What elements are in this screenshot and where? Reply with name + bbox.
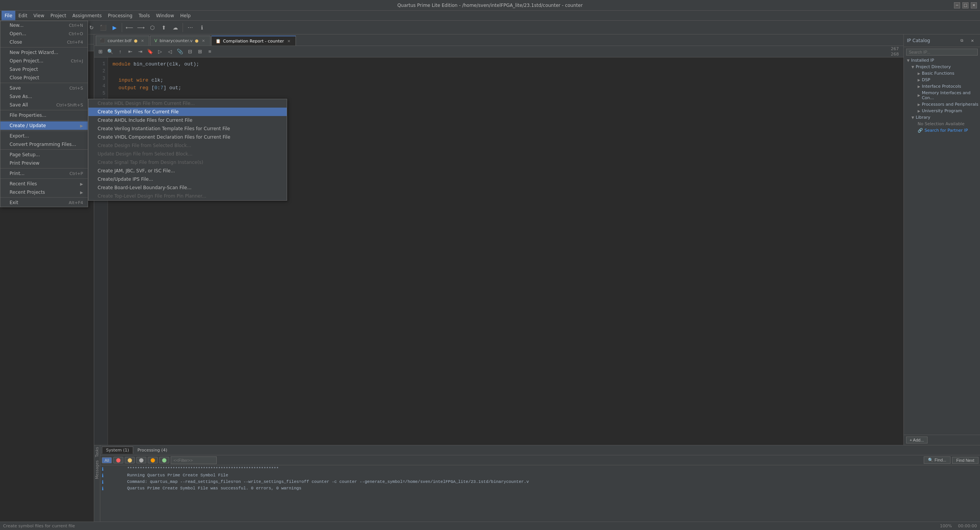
submenu-create-symbol[interactable]: Create Symbol Files for Current File <box>88 108 287 116</box>
filter-warn-btn[interactable]: ⬤ <box>125 457 135 463</box>
menu-edit[interactable]: Edit <box>15 11 30 20</box>
ip-close-btn[interactable]: ✕ <box>968 36 977 45</box>
msg-row-1[interactable]: ℹ **************************************… <box>100 466 980 473</box>
menu-file-properties[interactable]: File Properties... <box>0 111 88 119</box>
ed-next-bookmark-btn[interactable]: ▷ <box>155 47 165 56</box>
menu-save-project[interactable]: Save Project <box>0 65 88 74</box>
menu-print-preview[interactable]: Print Preview <box>0 159 88 167</box>
toolbar-stop-btn[interactable]: ⬛ <box>98 22 108 33</box>
tab-report-close[interactable]: ✕ <box>286 38 292 44</box>
submenu-create-ahdl[interactable]: Create AHDL Include Files for Current Fi… <box>88 116 287 124</box>
tab-v-close[interactable]: ✕ <box>201 38 206 44</box>
sidebar-messages-label[interactable]: Messages <box>95 460 99 479</box>
menu-close[interactable]: CloseCtrl+F4 <box>0 38 88 46</box>
tab-system[interactable]: System (1) <box>102 447 133 454</box>
ip-detach-btn[interactable]: ⧉ <box>957 36 966 45</box>
toolbar-network[interactable]: ⬡ <box>147 22 158 33</box>
menu-processing[interactable]: Processing <box>105 11 136 20</box>
menu-file[interactable]: File <box>2 11 15 20</box>
submenu-create-verilog[interactable]: Create Verilog Instantiation Template Fi… <box>88 124 287 133</box>
sidebar-tasks-label[interactable]: Tasks <box>95 447 99 457</box>
find-button[interactable]: 🔍 Find... <box>924 456 951 464</box>
filter-input[interactable] <box>171 456 217 464</box>
toolbar-arrow-right[interactable]: ⟶ <box>136 22 146 33</box>
ip-tree-processors[interactable]: ▶ Processors and Peripherals <box>904 101 980 108</box>
ip-tree-basic[interactable]: ▶ Basic Functions <box>904 70 980 77</box>
ip-tree-label: DSP <box>922 77 930 82</box>
menu-convert-programming[interactable]: Convert Programming Files... <box>0 140 88 149</box>
ed-up-btn[interactable]: ↑ <box>116 47 125 56</box>
title-bar-controls: ─ □ ✕ <box>954 2 977 8</box>
ed-unindent-btn[interactable]: ⇥ <box>136 47 145 56</box>
menu-new-project-wizard[interactable]: New Project Wizard... <box>0 48 88 57</box>
tab-counter-bdf[interactable]: ⬛ counter.bdf ● ✕ <box>96 36 149 46</box>
menu-help[interactable]: Help <box>177 11 194 20</box>
ed-fit-btn[interactable]: ⊞ <box>96 47 105 56</box>
filter-all-btn[interactable]: All <box>102 457 112 463</box>
menu-save[interactable]: SaveCtrl+S <box>0 84 88 92</box>
tab-processing[interactable]: Processing (4) <box>133 447 172 454</box>
toolbar-info[interactable]: ℹ <box>196 22 207 33</box>
menu-tools[interactable]: Tools <box>136 11 153 20</box>
close-button[interactable]: ✕ <box>971 2 977 8</box>
msg-row-3[interactable]: ℹ Command: quartus_map --read_settings_f… <box>100 479 980 486</box>
menu-open-project[interactable]: Open Project...Ctrl+J <box>0 57 88 65</box>
maximize-button[interactable]: □ <box>962 2 969 8</box>
msg-row-2[interactable]: ℹ Running Quartus Prime Create Symbol Fi… <box>100 473 980 479</box>
filter-critical-btn[interactable]: ⬤ <box>148 457 158 463</box>
tab-binarycounter-v[interactable]: V binarycounter.v ● ✕ <box>150 36 210 46</box>
ip-tree-interface[interactable]: ▶ Interface Protocols <box>904 83 980 90</box>
filter-info-btn[interactable]: ⬤ <box>136 457 146 463</box>
menu-assignments[interactable]: Assignments <box>69 11 105 20</box>
menu-window[interactable]: Window <box>153 11 177 20</box>
ip-search-input[interactable] <box>906 49 978 56</box>
toolbar-arrow-left[interactable]: ⟵ <box>124 22 135 33</box>
menu-open[interactable]: Open...Ctrl+O <box>0 29 88 38</box>
filter-error-btn[interactable]: ⬤ <box>113 457 123 463</box>
toolbar-cloud[interactable]: ☁ <box>170 22 181 33</box>
menu-save-as[interactable]: Save As... <box>0 92 88 101</box>
toolbar-upload[interactable]: ⬆ <box>158 22 169 33</box>
ip-tree-dsp[interactable]: ▶ DSP <box>904 77 980 83</box>
find-next-button[interactable]: Find Next <box>952 457 978 464</box>
menu-view[interactable]: View <box>30 11 47 20</box>
ed-clip-btn[interactable]: 📎 <box>175 47 185 56</box>
minimize-button[interactable]: ─ <box>954 2 960 8</box>
ip-tree-partner[interactable]: 🔗 Search for Partner IP <box>904 127 980 134</box>
menu-create-update[interactable]: Create / Update▶ <box>0 121 88 130</box>
menu-export[interactable]: Export... <box>0 132 88 140</box>
submenu-create-jam[interactable]: Create JAM, JBC, SVF, or ISC File... <box>88 167 287 175</box>
menu-new[interactable]: New...Ctrl+N <box>0 21 88 29</box>
toolbar-run-btn[interactable]: ▶ <box>109 22 120 33</box>
ip-tree-memory[interactable]: ▶ Memory Interfaces and Con... <box>904 90 980 101</box>
ip-tree-university[interactable]: ▶ University Program <box>904 108 980 114</box>
ip-tree-library[interactable]: ▼ Library <box>904 114 980 121</box>
menu-save-all[interactable]: Save AllCtrl+Shift+S <box>0 101 88 109</box>
filter-note-btn[interactable]: ⬤ <box>159 457 169 463</box>
ip-tree-installed[interactable]: ▼ Installed IP <box>904 57 980 64</box>
menu-recent-files[interactable]: Recent Files▶ <box>0 180 88 188</box>
ed-list-btn[interactable]: ≡ <box>205 47 214 56</box>
submenu-create-board[interactable]: Create Board-Level Boundary-Scan File... <box>88 183 287 192</box>
ed-prev-bookmark-btn[interactable]: ◁ <box>165 47 175 56</box>
menu-recent-projects[interactable]: Recent Projects▶ <box>0 188 88 196</box>
submenu-create-vhdl[interactable]: Create VHDL Component Declaration Files … <box>88 133 287 141</box>
ip-add-button[interactable]: + Add... <box>906 437 928 443</box>
ed-collapse-btn[interactable]: ⊟ <box>185 47 194 56</box>
menu-project[interactable]: Project <box>47 11 69 20</box>
menu-exit[interactable]: ExitAlt+F4 <box>0 198 88 207</box>
ed-bookmark-btn[interactable]: 🔖 <box>145 47 155 56</box>
msg-row-4[interactable]: ℹ Quartus Prime Create Symbol File was s… <box>100 486 980 492</box>
toolbar-more[interactable]: ⋯ <box>185 22 196 33</box>
ed-binoculars-btn[interactable]: 🔍 <box>106 47 115 56</box>
tab-compilation-report[interactable]: 📋 Compilation Report - counter ✕ <box>211 36 296 46</box>
sep-1 <box>0 47 88 47</box>
menu-page-setup[interactable]: Page Setup... <box>0 150 88 159</box>
menu-print[interactable]: Print...Ctrl+P <box>0 169 88 178</box>
ip-tree-project-dir[interactable]: ▼ Project Directory <box>904 64 980 70</box>
submenu-create-ips[interactable]: Create/Update IPS File... <box>88 175 287 183</box>
ed-expand-btn[interactable]: ⊞ <box>195 47 204 56</box>
ed-indent-btn[interactable]: ⇤ <box>126 47 135 56</box>
menu-close-project[interactable]: Close Project <box>0 74 88 82</box>
tab-bdf-close[interactable]: ✕ <box>140 38 145 44</box>
